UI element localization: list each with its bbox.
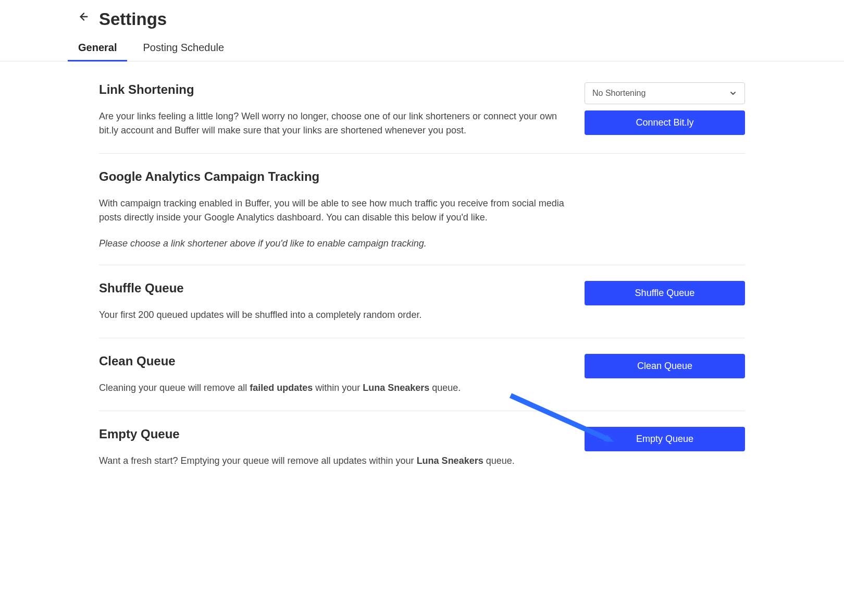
tabs-bar: General Posting Schedule [78, 42, 766, 61]
empty-queue-button[interactable]: Empty Queue [585, 427, 745, 451]
section-title-clean-queue: Clean Queue [99, 354, 569, 368]
empty-queue-desc-post: queue. [483, 455, 515, 466]
section-link-shortening: Link Shortening Are your links feeling a… [99, 82, 745, 153]
clean-queue-desc-pre: Cleaning your queue will remove all [99, 383, 250, 393]
section-clean-queue: Clean Queue Cleaning your queue will rem… [99, 338, 745, 411]
section-desc-ga-tracking: With campaign tracking enabled in Buffer… [99, 196, 569, 225]
clean-queue-button[interactable]: Clean Queue [585, 354, 745, 378]
section-title-shuffle-queue: Shuffle Queue [99, 281, 569, 295]
clean-queue-strong-failed: failed updates [250, 383, 313, 393]
tab-posting-schedule[interactable]: Posting Schedule [143, 42, 224, 61]
clean-queue-desc-post: queue. [429, 383, 461, 393]
empty-queue-desc-pre: Want a fresh start? Emptying your queue … [99, 455, 417, 466]
section-shuffle-queue: Shuffle Queue Your first 200 queued upda… [99, 265, 745, 338]
section-ga-tracking: Google Analytics Campaign Tracking With … [99, 153, 745, 265]
section-desc-clean-queue: Cleaning your queue will remove all fail… [99, 381, 569, 395]
section-empty-queue: Empty Queue Want a fresh start? Emptying… [99, 411, 745, 484]
chevron-down-icon [729, 89, 737, 97]
section-title-ga-tracking: Google Analytics Campaign Tracking [99, 169, 569, 184]
connect-bitly-button[interactable]: Connect Bit.ly [585, 110, 745, 135]
section-desc-link-shortening: Are your links feeling a little long? We… [99, 109, 569, 138]
back-arrow-icon[interactable] [78, 11, 90, 26]
section-title-empty-queue: Empty Queue [99, 427, 569, 441]
select-value: No Shortening [592, 89, 646, 98]
section-title-link-shortening: Link Shortening [99, 82, 569, 97]
tab-general[interactable]: General [78, 42, 117, 61]
link-shortening-select[interactable]: No Shortening [585, 82, 745, 104]
section-desc-empty-queue: Want a fresh start? Emptying your queue … [99, 454, 569, 468]
clean-queue-strong-account: Luna Sneakers [363, 383, 429, 393]
empty-queue-strong-account: Luna Sneakers [417, 455, 483, 466]
section-desc-shuffle-queue: Your first 200 queued updates will be sh… [99, 308, 569, 322]
section-note-ga-tracking: Please choose a link shortener above if … [99, 238, 569, 249]
clean-queue-desc-mid: within your [313, 383, 363, 393]
page-title: Settings [99, 9, 167, 29]
shuffle-queue-button[interactable]: Shuffle Queue [585, 281, 745, 305]
